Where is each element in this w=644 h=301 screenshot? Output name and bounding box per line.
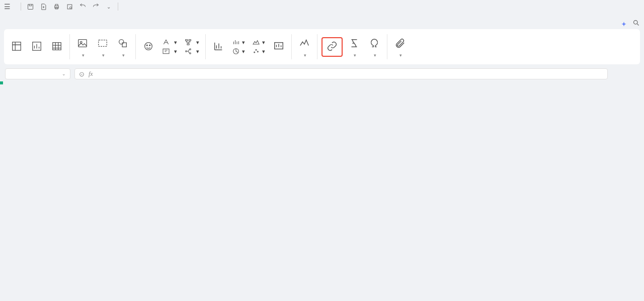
ai-spark-icon [620,21,627,28]
svg-point-17 [146,45,147,46]
shapes-button[interactable]: ▾ [114,36,131,58]
pie-mini-button[interactable]: ▾ [232,47,245,55]
pivot-table-icon [11,39,22,53]
print-preview-icon[interactable] [65,3,73,11]
ribbon-divider [69,34,70,59]
symbol-icon [369,36,380,50]
ribbon-insert: ▾ ▾ ▾ ▾ ▾ ▾ ▾ ▾ ▾ ▾ ▾ ▾ [4,29,640,64]
save-icon[interactable] [26,3,34,11]
table-button[interactable] [48,39,65,55]
ribbon-divider [387,34,387,59]
svg-rect-3 [55,4,58,6]
mindmap-button[interactable]: ▾ [184,47,199,55]
icons-button[interactable] [140,39,157,55]
ribbon-divider [291,34,292,59]
area-mini-button[interactable]: ▾ [252,38,265,46]
selection-box [0,81,2,83]
cancel-icon[interactable]: ⊙ [79,70,85,78]
flowchart-button[interactable]: ▾ [184,38,199,46]
table-icon [51,39,62,53]
bar-mini-button[interactable]: ▾ [232,38,245,46]
sparkline-label: ▾ [303,52,306,58]
sparkline-icon [299,36,310,50]
svg-rect-20 [186,40,188,41]
formula-bar-row: ⌄ ⊙ fx [0,67,644,80]
svg-point-23 [186,51,187,52]
svg-point-29 [257,51,258,52]
selection-handle[interactable] [0,81,3,84]
svg-rect-21 [189,40,191,41]
symbol-button[interactable]: ▾ [366,36,383,58]
symbol-label: ▾ [373,52,376,58]
formula-bar[interactable]: ⊙ fx [74,68,608,79]
svg-point-28 [256,49,257,50]
picture-label: ▾ [81,52,85,58]
picture-button[interactable]: ▾ [74,36,91,58]
separator [21,3,21,11]
formula-label: ▾ [353,52,356,58]
hyperlink-button[interactable] [324,39,341,55]
svg-point-14 [119,39,124,44]
svg-point-6 [69,7,71,9]
attachment-button[interactable]: ▾ [391,36,409,58]
svg-rect-10 [53,42,61,50]
ribbon-divider [317,34,317,59]
dynamic-chart-icon [273,39,284,53]
export-icon[interactable] [39,3,47,11]
name-box[interactable]: ⌄ [5,68,70,79]
quickaccess-dropdown-icon[interactable]: ⌄ [105,3,113,11]
hyperlink-icon [327,39,338,53]
undo-icon[interactable] [78,3,87,11]
redo-icon[interactable] [92,3,100,11]
formula-button[interactable]: ▾ [346,36,363,58]
svg-rect-1 [29,4,32,6]
namebox-dropdown-icon[interactable]: ⌄ [62,71,66,76]
svg-rect-13 [99,40,107,46]
sparkline-button[interactable]: ▾ [296,36,313,58]
quick-access-toolbar: ☰ ⌄ [0,0,644,13]
svg-rect-11 [78,39,87,47]
chart-icon [213,39,224,53]
pivot-chart-button[interactable] [28,39,45,55]
svg-rect-8 [13,42,21,50]
attachment-label: ▾ [398,52,402,58]
formula-icon [349,36,360,50]
svg-rect-19 [163,49,169,53]
svg-rect-0 [28,4,33,9]
svg-point-27 [254,52,255,53]
screenshot-label: ▾ [101,52,105,58]
pivot-chart-icon [31,39,42,53]
ribbon-divider [135,34,136,59]
fx-icon[interactable]: fx [89,70,93,78]
diagram-group: ▾ ▾ [182,38,201,55]
picture-icon [77,36,88,50]
dynamic-chart-button[interactable] [270,39,287,55]
menu-icon[interactable]: ☰ [4,3,11,11]
menu-tabs [0,13,644,28]
scatter-mini-button[interactable]: ▾ [252,47,265,55]
hyperlink-highlight [321,37,343,57]
pivot-table-button[interactable] [8,39,25,55]
mini-chart-group: ▾ ▾ [230,38,247,55]
svg-point-16 [145,42,152,50]
screenshot-icon [97,36,108,50]
svg-point-7 [634,21,638,25]
print-icon[interactable] [52,3,60,11]
chart-button[interactable] [210,39,227,55]
separator [118,3,118,11]
svg-rect-22 [187,44,189,45]
mini-chart-group2: ▾ ▾ [250,38,267,55]
wps-ai-button[interactable] [620,21,629,28]
screenshot-button[interactable]: ▾ [94,36,111,58]
svg-point-25 [190,53,191,54]
svg-point-24 [190,49,191,50]
textbox-button[interactable]: ▾ [162,47,177,55]
shapes-label: ▾ [121,52,125,58]
attachment-icon [394,36,406,50]
shapes-icon [117,36,128,50]
search-icon[interactable] [632,19,640,28]
svg-point-18 [149,45,150,46]
text-group: ▾ ▾ [160,38,179,55]
icons-icon [143,39,154,53]
wordart-button[interactable]: ▾ [162,38,177,46]
